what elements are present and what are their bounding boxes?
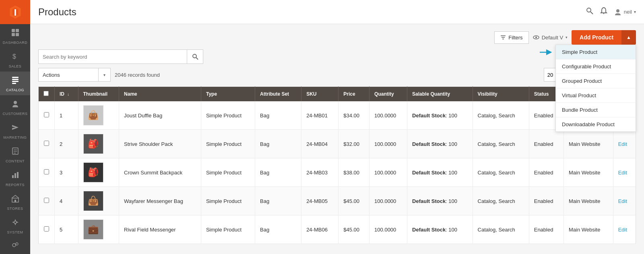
cell-thumbnail: 💼 — [78, 215, 119, 244]
cell-websites: Main Website — [564, 187, 613, 215]
sales-icon: $ — [11, 52, 20, 63]
sidebar-item-marketing[interactable]: MARKETING — [0, 119, 30, 143]
sidebar-item-stores[interactable]: STORES — [0, 190, 30, 214]
sidebar-item-catalog[interactable]: CATALOG — [0, 72, 30, 95]
blue-arrow-icon — [540, 48, 554, 56]
cell-thumbnail: 👜 — [78, 187, 119, 215]
dropdown-item-simple[interactable]: Simple Product — [556, 45, 636, 59]
catalog-icon — [11, 76, 20, 87]
edit-link-2[interactable]: Edit — [618, 170, 627, 176]
svg-rect-14 — [12, 148, 18, 154]
cell-salable-quantity: Default Stock: 100 — [407, 130, 473, 158]
cell-attribute-set: Bag — [255, 130, 301, 158]
row-checkbox-1[interactable] — [44, 141, 49, 146]
cell-name: Crown Summit Backpack — [119, 158, 201, 187]
table-row: 1 👜 Joust Duffle Bag Simple Product Bag … — [39, 101, 636, 130]
cell-thumbnail: 👜 — [78, 101, 119, 130]
sidebar-item-content[interactable]: CONTENT — [0, 143, 30, 166]
svg-point-24 — [12, 244, 16, 247]
cell-sku: 24-MB05 — [301, 187, 339, 215]
cell-salable-quantity: Default Stock: 100 — [407, 215, 473, 244]
sidebar-item-dashboard[interactable]: DASHBOARD — [0, 24, 30, 48]
edit-link-3[interactable]: Edit — [618, 198, 627, 204]
svg-point-27 — [587, 8, 591, 12]
table-header: ID ↓ Thumbnail Name Type Attribute Set S… — [39, 87, 636, 102]
th-checkbox — [39, 87, 55, 102]
cell-websites: Main Website — [564, 158, 613, 187]
sidebar: DASHBOARD $ SALES CATALOG CUSTOMERS MARK… — [0, 0, 30, 254]
row-checkbox-3[interactable] — [44, 198, 49, 203]
actions-select-arrow-button[interactable]: ▾ — [99, 68, 111, 82]
svg-rect-6 — [16, 33, 19, 36]
default-view[interactable]: Default V ▾ — [533, 34, 568, 41]
sidebar-item-label: MARKETING — [3, 135, 27, 139]
sidebar-item-system[interactable]: SYSTEM — [0, 214, 30, 238]
svg-text:$: $ — [12, 53, 16, 60]
notification-bell-icon[interactable] — [600, 7, 608, 17]
eye-icon — [533, 34, 539, 41]
dropdown-item-downloadable[interactable]: Downloadable Product — [556, 117, 636, 131]
cell-name: Strive Shoulder Pack — [119, 130, 201, 158]
sort-indicator-icon: ↓ — [67, 92, 69, 96]
product-type-dropdown: Simple Product Configurable Product Grou… — [555, 45, 636, 132]
search-input[interactable] — [38, 49, 187, 64]
cell-websites: Main Website — [564, 130, 613, 158]
default-view-arrow-icon: ▾ — [566, 35, 568, 39]
th-id: ID ↓ — [55, 87, 78, 102]
cell-websites: Main Website — [564, 215, 613, 244]
dropdown-item-virtual[interactable]: Virtual Product — [556, 88, 636, 103]
table-body: 1 👜 Joust Duffle Bag Simple Product Bag … — [39, 101, 636, 244]
cell-salable-quantity: Default Stock: 100 — [407, 101, 473, 130]
edit-link-4[interactable]: Edit — [618, 227, 627, 233]
svg-rect-2 — [14, 9, 16, 16]
actions-select[interactable]: Actions — [38, 68, 99, 82]
row-checkbox-4[interactable] — [44, 226, 49, 231]
svg-point-12 — [14, 101, 17, 104]
sidebar-item-label: STORES — [7, 207, 23, 211]
svg-rect-20 — [17, 172, 19, 178]
actions-left: Actions ▾ 2046 records found — [38, 68, 160, 82]
sidebar-item-label: CUSTOMERS — [3, 112, 28, 116]
sidebar-item-find-partners[interactable]: FIND PARTNERS & EXTENSIONS — [0, 238, 30, 254]
search-button[interactable] — [187, 49, 203, 64]
user-info[interactable]: neil ▾ — [614, 8, 636, 16]
svg-rect-18 — [12, 175, 14, 178]
cell-sku: 24-MB03 — [301, 158, 339, 187]
cell-id: 4 — [55, 187, 78, 215]
cell-type: Simple Product — [201, 130, 255, 158]
dropdown-item-configurable[interactable]: Configurable Product — [556, 59, 636, 74]
cell-id: 2 — [55, 130, 78, 158]
svg-rect-11 — [12, 83, 16, 84]
cell-thumbnail: 🎒 — [78, 158, 119, 187]
row-checkbox-2[interactable] — [44, 169, 49, 174]
th-price: Price — [339, 87, 369, 102]
dropdown-item-grouped[interactable]: Grouped Product — [556, 74, 636, 88]
th-type: Type — [201, 87, 255, 102]
sidebar-item-label: SALES — [9, 64, 22, 68]
sidebar-item-reports[interactable]: REPORTS — [0, 166, 30, 190]
cell-name: Joust Duffle Bag — [119, 101, 201, 130]
add-product-button[interactable]: Add Product — [572, 30, 621, 45]
user-name: neil — [624, 9, 632, 15]
sidebar-item-customers[interactable]: CUSTOMERS — [0, 95, 30, 119]
cell-quantity: 100.0000 — [369, 158, 407, 187]
dropdown-item-bundle[interactable]: Bundle Product — [556, 103, 636, 117]
svg-rect-3 — [12, 29, 15, 32]
add-product-dropdown-toggle[interactable]: ▲ — [621, 30, 636, 45]
cell-sku: 24-MB01 — [301, 101, 339, 130]
svg-point-38 — [193, 54, 196, 58]
cell-quantity: 100.0000 — [369, 130, 407, 158]
search-icon — [192, 53, 198, 60]
svg-rect-22 — [14, 200, 16, 202]
svg-marker-13 — [12, 125, 19, 130]
filters-button[interactable]: Filters — [494, 31, 528, 44]
svg-rect-4 — [16, 29, 19, 32]
row-checkbox-0[interactable] — [44, 112, 49, 117]
sidebar-item-sales[interactable]: $ SALES — [0, 48, 30, 72]
search-header-icon[interactable] — [586, 7, 594, 17]
select-all-checkbox[interactable] — [43, 91, 49, 96]
edit-link-1[interactable]: Edit — [618, 141, 627, 147]
cell-action: Edit — [613, 130, 636, 158]
user-avatar-icon — [614, 8, 622, 16]
system-icon — [11, 218, 20, 229]
